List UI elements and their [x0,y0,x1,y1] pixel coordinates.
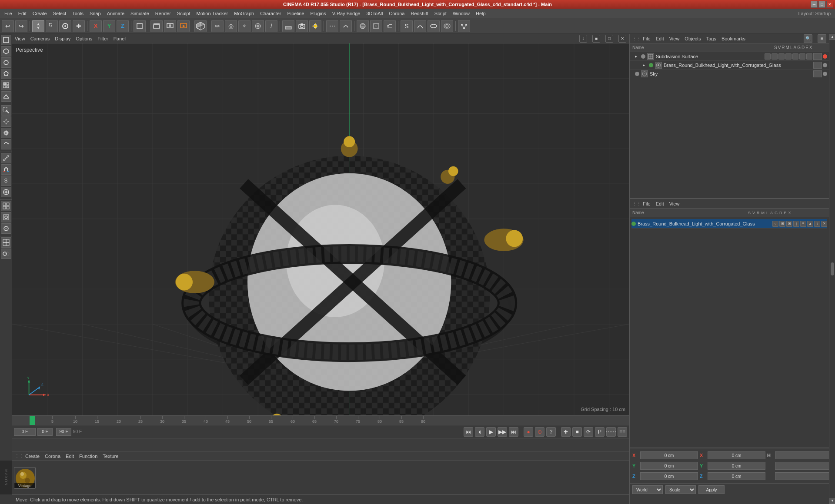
obj-menu-edit[interactable]: Edit [656,36,664,41]
viewport-menu-options[interactable]: Options [76,36,92,41]
tag-button[interactable]: 🏷 [384,20,396,32]
obj-row-brass-light[interactable]: ▸ Brass_Round_Bulkhead_Light_with_Corrug… [630,61,829,70]
goto-end-button[interactable]: ⏭ [509,427,518,437]
maximize-button[interactable]: □ [818,1,825,8]
play-forward-button[interactable]: ▶▶ [498,427,507,437]
coord-world-dropdown[interactable]: World Object Local [632,485,663,494]
viewport[interactable]: View Cameras Display Options Filter Pane… [12,34,629,415]
sweep-button[interactable] [428,20,440,32]
motion-btn-2[interactable]: ■ [572,427,582,437]
mat-menu-function[interactable]: Function [79,454,97,459]
camera-button[interactable] [296,20,308,32]
obj-flag-l[interactable] [792,53,798,60]
keyframe-settings-button[interactable]: ? [546,427,556,437]
viewport-ctrl-grid[interactable]: ■ [592,35,600,43]
deformer-button[interactable] [340,20,352,32]
select-button[interactable] [46,20,58,32]
coord-scale-dropdown[interactable]: Scale Size [665,485,696,494]
inflate-button[interactable] [252,20,264,32]
cube-view-button[interactable] [194,20,207,32]
side-btn-1[interactable]: ▲ [829,34,835,40]
x-axis-button[interactable]: X [90,20,102,32]
knife-tool-button[interactable]: / [265,20,277,32]
motion-btn-3[interactable]: ⟳ [584,427,593,437]
menu-sculpt[interactable]: Sculpt [174,10,193,17]
menu-file[interactable]: File [2,10,15,17]
menu-redshift[interactable]: Redshift [408,10,431,17]
magnet-button[interactable] [1,164,11,175]
obj-row-sky[interactable]: Sky [630,70,829,78]
undo-button[interactable]: ↩ [2,20,14,32]
particles-button[interactable]: ⋯ [326,20,338,32]
obj-flag-s[interactable] [765,53,771,60]
viewport-menu-view[interactable]: View [15,36,25,41]
menu-window[interactable]: Window [450,10,472,17]
prop-icon-3[interactable]: ⊠ [786,221,792,227]
obj-vis-dot[interactable] [813,53,822,60]
menu-motion-tracker[interactable]: Motion Tracker [194,10,231,17]
coord-x-input[interactable] [640,451,698,459]
prop-row-brass[interactable]: Brass_Round_Bulkhead_Light_with_Corrugat… [631,219,827,229]
prop-icon-6[interactable]: ▲ [807,221,813,227]
auto-key-button[interactable]: ⊙ [535,427,544,437]
tweak-mode-button[interactable] [1,91,11,102]
coord-z-input[interactable] [640,472,698,480]
y-axis-button[interactable]: Y [103,20,115,32]
viewport-menu-panel[interactable]: Panel [114,36,126,41]
material-button[interactable] [357,20,369,32]
mat-menu-edit[interactable]: Edit [66,454,74,459]
coord-size-z-input[interactable] [775,472,835,480]
obj-menu-view[interactable]: View [669,36,680,41]
prop-icon-2[interactable]: ⊞ [779,221,785,227]
redo-button[interactable]: ↪ [15,20,27,32]
prev-frame-button[interactable]: ⏴ [475,427,484,437]
props-menu-edit[interactable]: Edit [656,201,664,206]
obj-flag-r[interactable] [778,53,785,60]
obj-flag-v[interactable] [772,53,778,60]
z-axis-button[interactable]: Z [117,20,129,32]
menu-pipeline[interactable]: Pipeline [284,10,307,17]
poly-mode-button[interactable] [1,69,11,79]
live-select-button[interactable] [1,105,11,116]
window-controls[interactable]: ─ □ ✕ [811,1,833,8]
menu-select[interactable]: Select [50,10,69,17]
obj-flag-m[interactable] [785,53,792,60]
menu-corona[interactable]: Corona [386,10,407,17]
record-button[interactable]: ● [524,427,533,437]
texture-tag-button[interactable] [370,20,382,32]
props-menu-file[interactable]: File [643,201,651,206]
obj-flag-g[interactable] [806,53,812,60]
viewport-canvas[interactable]: Perspective [12,43,629,415]
coord-ry-input[interactable] [708,462,765,470]
end-frame-input[interactable] [56,428,71,436]
scale-tool-button[interactable] [1,128,11,138]
menu-3dtoall[interactable]: 3DToAll [364,10,385,17]
scroll-thumb[interactable] [831,262,834,275]
model-mode-button[interactable] [1,35,11,45]
render-active-view-button[interactable] [164,20,176,32]
object-mode-button[interactable] [134,20,146,32]
side-btn-2[interactable]: ▼ [829,498,835,504]
prop-icon-4[interactable]: | [793,221,799,227]
obj-filter-button[interactable]: ≡ [818,34,826,43]
coord-rx-input[interactable] [708,451,765,459]
viewport-menu-cameras[interactable]: Cameras [30,36,50,41]
coord-rz-input[interactable] [708,472,765,480]
menu-character[interactable]: Character [257,10,284,17]
sky-vis-dot[interactable] [813,70,822,77]
sculpt-tool-button[interactable] [1,223,11,234]
obj-menu-tags[interactable]: Tags [706,36,716,41]
prop-icon-8[interactable]: ✕ [821,221,827,227]
obj-menu-bookmarks[interactable]: Bookmarks [721,36,745,41]
mat-menu-corona[interactable]: Corona [45,454,60,459]
spline-tool-left-button[interactable]: S [1,176,11,186]
viewport-ctrl-lock[interactable]: □ [605,35,613,43]
menu-snap[interactable]: Snap [87,10,104,17]
coord-y-input[interactable] [640,462,698,470]
move-tool-button[interactable] [32,20,44,32]
coord-h-input[interactable] [775,451,833,459]
menu-mograph[interactable]: MoGraph [231,10,257,17]
texture-tool-button[interactable] [1,212,11,222]
brass-vis-dot[interactable] [813,62,822,69]
xpresso-button[interactable] [458,20,470,32]
